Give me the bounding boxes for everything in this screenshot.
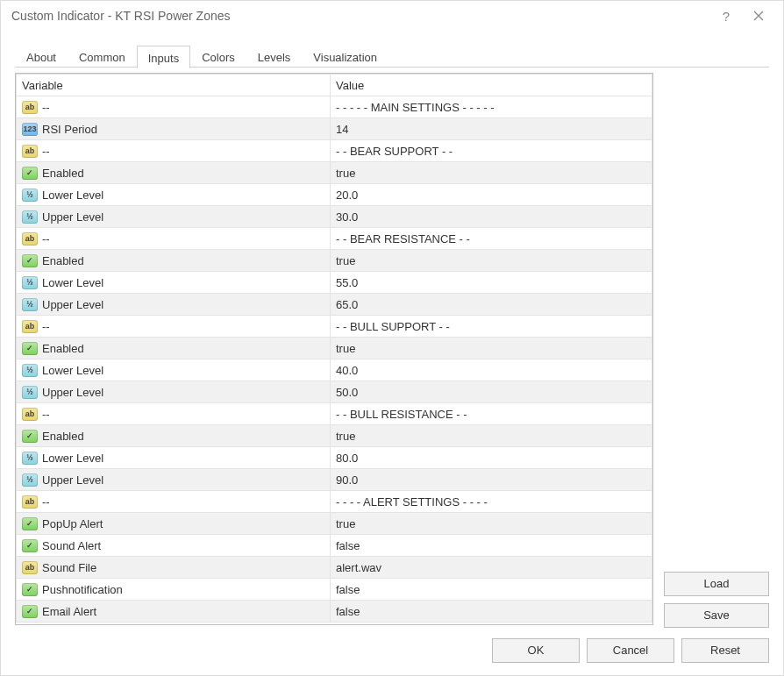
table-row[interactable]: ✓Pushnotificationfalse — [17, 579, 652, 601]
variable-label: -- — [42, 145, 50, 158]
table-row[interactable]: ✓Sound Alertfalse — [17, 535, 652, 557]
save-button[interactable]: Save — [664, 603, 769, 628]
table-row[interactable]: ab--- - BEAR RESISTANCE - - — [17, 228, 652, 250]
table-row[interactable]: ✓Enabledtrue — [17, 162, 652, 184]
main-area: Variable Value ab--- - - - - MAIN SETTIN… — [15, 73, 769, 630]
value-cell[interactable]: - - BEAR SUPPORT - - — [331, 140, 652, 162]
value-cell[interactable]: 14 — [331, 118, 652, 140]
variable-label: Lower Level — [42, 276, 103, 289]
value-cell[interactable]: 90.0 — [331, 469, 652, 491]
string-type-icon: ab — [22, 495, 38, 509]
tab-visualization[interactable]: Visualization — [302, 45, 388, 68]
value-cell[interactable]: 80.0 — [331, 447, 652, 469]
variable-label: Enabled — [42, 430, 84, 443]
table-row[interactable]: ab--- - - - - MAIN SETTINGS - - - - - — [17, 96, 652, 118]
value-cell[interactable]: true — [331, 513, 652, 535]
table-row[interactable]: ✓Enabledtrue — [17, 338, 652, 359]
bool-type-icon: ✓ — [22, 167, 38, 180]
table-row[interactable]: ½Upper Level90.0 — [17, 469, 652, 491]
string-type-icon: ab — [22, 408, 38, 421]
value-cell[interactable]: alert.wav — [331, 557, 652, 579]
tab-colors[interactable]: Colors — [190, 45, 246, 68]
column-header-variable[interactable]: Variable — [17, 75, 331, 96]
value-cell[interactable]: true — [331, 162, 652, 184]
close-icon[interactable] — [739, 3, 778, 29]
value-cell[interactable]: - - - - ALERT SETTINGS - - - - — [331, 491, 652, 513]
value-cell[interactable]: - - - - - MAIN SETTINGS - - - - - — [331, 96, 652, 118]
variable-label: Enabled — [42, 254, 84, 267]
table-row[interactable]: ½Lower Level55.0 — [17, 272, 652, 294]
bool-type-icon: ✓ — [22, 430, 38, 443]
inputs-grid: Variable Value ab--- - - - - MAIN SETTIN… — [15, 73, 653, 625]
value-cell[interactable]: 20.0 — [331, 184, 652, 206]
variable-label: PopUp Alert — [42, 517, 103, 530]
value-cell[interactable]: true — [331, 338, 652, 359]
cancel-button[interactable]: Cancel — [587, 638, 674, 663]
table-row[interactable]: ✓Enabledtrue — [17, 250, 652, 272]
table-row[interactable]: ½Lower Level20.0 — [17, 184, 652, 206]
bool-type-icon: ✓ — [22, 605, 38, 618]
value-cell[interactable]: - - BULL SUPPORT - - — [331, 316, 652, 338]
table-row[interactable]: ✓Email Alertfalse — [17, 601, 652, 623]
table-row[interactable]: ½Lower Level80.0 — [17, 447, 652, 469]
table-row[interactable]: ½Upper Level50.0 — [17, 381, 652, 403]
double-type-icon: ½ — [22, 189, 38, 202]
table-row[interactable]: ½Upper Level65.0 — [17, 294, 652, 316]
table-row[interactable]: ab--- - - - ALERT SETTINGS - - - - — [17, 491, 652, 513]
string-type-icon: ab — [22, 145, 38, 158]
reset-button[interactable]: Reset — [681, 638, 769, 663]
load-button[interactable]: Load — [664, 572, 769, 596]
table-row[interactable]: abSound Filealert.wav — [17, 557, 652, 579]
value-cell[interactable]: 30.0 — [331, 206, 652, 228]
variable-label: Lower Level — [42, 452, 103, 465]
table-row[interactable]: ½Lower Level40.0 — [17, 359, 652, 381]
bool-type-icon: ✓ — [22, 254, 38, 267]
tab-common[interactable]: Common — [68, 45, 137, 68]
variable-label: Upper Level — [42, 298, 103, 311]
string-type-icon: ab — [22, 232, 38, 245]
value-cell[interactable]: false — [331, 579, 652, 601]
table-row[interactable]: ab--- - BEAR SUPPORT - - — [17, 140, 652, 162]
value-cell[interactable]: false — [331, 535, 652, 557]
titlebar: Custom Indicator - KT RSI Power Zones ? — [1, 1, 783, 31]
bool-type-icon: ✓ — [22, 539, 38, 552]
variable-label: Pushnotification — [42, 583, 123, 596]
variable-label: -- — [42, 495, 50, 509]
value-cell[interactable]: 50.0 — [331, 381, 652, 403]
help-icon[interactable]: ? — [713, 3, 739, 29]
bool-type-icon: ✓ — [22, 342, 38, 355]
footer-buttons: OK Cancel Reset — [15, 638, 769, 663]
client-area: AboutCommonInputsColorsLevelsVisualizati… — [1, 31, 783, 675]
tab-inputs[interactable]: Inputs — [137, 46, 190, 68]
value-cell[interactable]: 65.0 — [331, 294, 652, 316]
value-cell[interactable]: true — [331, 425, 652, 447]
double-type-icon: ½ — [22, 452, 38, 465]
table-row[interactable]: ab--- - BULL SUPPORT - - — [17, 316, 652, 338]
variable-label: Sound File — [42, 561, 96, 574]
value-cell[interactable]: 55.0 — [331, 272, 652, 294]
variable-label: -- — [42, 101, 50, 114]
double-type-icon: ½ — [22, 276, 38, 289]
ok-button[interactable]: OK — [492, 638, 580, 663]
string-type-icon: ab — [22, 101, 38, 114]
tab-levels[interactable]: Levels — [246, 45, 303, 68]
value-cell[interactable]: true — [331, 250, 652, 272]
value-cell[interactable]: 40.0 — [331, 359, 652, 381]
table-row[interactable]: ✓PopUp Alerttrue — [17, 513, 652, 535]
int-type-icon: 123 — [22, 123, 38, 136]
side-buttons: Load Save — [664, 73, 769, 630]
tab-about[interactable]: About — [15, 45, 68, 68]
variable-label: Email Alert — [42, 605, 96, 618]
string-type-icon: ab — [22, 561, 38, 574]
variable-label: Enabled — [42, 167, 84, 180]
double-type-icon: ½ — [22, 473, 38, 487]
value-cell[interactable]: false — [331, 601, 652, 623]
value-cell[interactable]: - - BULL RESISTANCE - - — [331, 403, 652, 425]
column-header-value[interactable]: Value — [331, 75, 652, 96]
value-cell[interactable]: - - BEAR RESISTANCE - - — [331, 228, 652, 250]
table-row[interactable]: ✓Enabledtrue — [17, 425, 652, 447]
table-row[interactable]: 123RSI Period14 — [17, 118, 652, 140]
variable-label: -- — [42, 408, 50, 421]
table-row[interactable]: ½Upper Level30.0 — [17, 206, 652, 228]
table-row[interactable]: ab--- - BULL RESISTANCE - - — [17, 403, 652, 425]
